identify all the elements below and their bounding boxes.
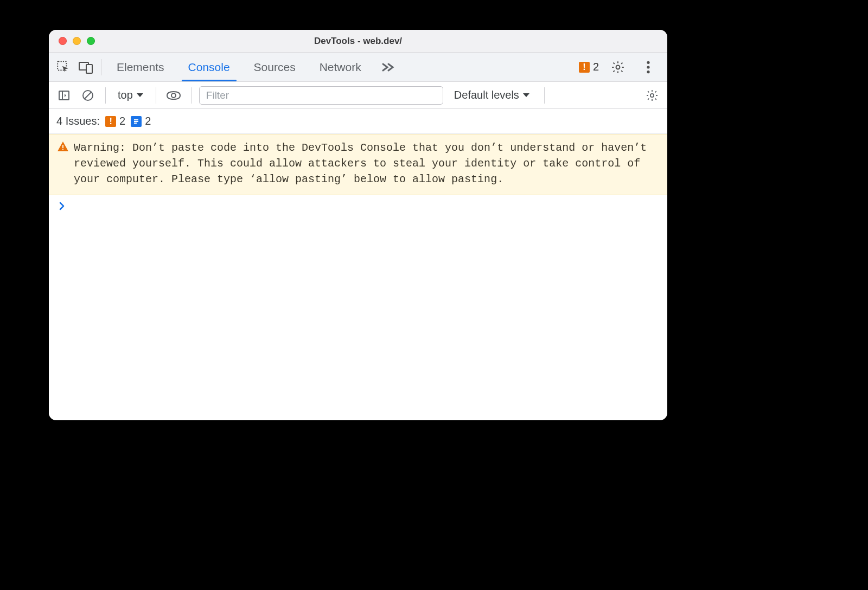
svg-point-3: [616, 65, 620, 69]
kebab-menu-icon[interactable]: [637, 56, 660, 79]
divider: [544, 87, 545, 104]
divider: [156, 87, 156, 104]
chevron-down-icon: [522, 93, 530, 98]
alert-icon: !: [579, 62, 590, 73]
settings-icon[interactable]: [607, 56, 629, 79]
issues-blue-count: 2: [145, 115, 151, 127]
chevron-down-icon: [136, 93, 144, 98]
divider: [101, 59, 101, 75]
svg-point-5: [647, 66, 649, 68]
tab-console[interactable]: Console: [176, 53, 242, 81]
issues-indicator[interactable]: ! 2: [579, 61, 599, 73]
close-window-button[interactable]: [59, 37, 67, 45]
filter-input[interactable]: [199, 86, 443, 105]
console-prompt[interactable]: [49, 195, 667, 217]
titlebar: DevTools - web.dev/: [49, 30, 667, 53]
svg-point-4: [647, 61, 649, 63]
devtools-window: DevTools - web.dev/ Elements Console Sou…: [49, 30, 667, 420]
zoom-window-button[interactable]: [87, 37, 95, 45]
more-tabs-button[interactable]: [373, 53, 403, 81]
divider: [191, 87, 192, 104]
toggle-sidebar-icon[interactable]: [54, 86, 74, 105]
svg-rect-17: [62, 149, 63, 150]
svg-rect-7: [59, 91, 69, 100]
log-levels-selector[interactable]: Default levels: [448, 89, 537, 101]
panel-tabs: Elements Console Sources Network: [105, 53, 403, 81]
issues-count: 2: [593, 61, 599, 73]
window-title: DevTools - web.dev/: [49, 36, 667, 47]
clear-console-icon[interactable]: [78, 86, 98, 105]
console-toolbar: top Default levels: [49, 82, 667, 109]
svg-rect-16: [62, 145, 63, 148]
svg-line-10: [85, 92, 91, 99]
svg-point-12: [650, 93, 654, 97]
divider: [105, 87, 106, 104]
issues-summary: 4 Issues: ! 2 2: [49, 109, 667, 134]
alert-icon: !: [105, 116, 116, 127]
minimize-window-button[interactable]: [73, 37, 81, 45]
info-icon: [131, 116, 142, 127]
warning-triangle-icon: [58, 142, 68, 187]
main-tabbar: Elements Console Sources Network ! 2: [49, 53, 667, 82]
tab-sources[interactable]: Sources: [242, 53, 308, 81]
issues-orange[interactable]: ! 2: [105, 115, 125, 127]
tab-network[interactable]: Network: [308, 53, 373, 81]
tab-elements[interactable]: Elements: [105, 53, 176, 81]
svg-point-6: [647, 70, 649, 73]
svg-rect-15: [134, 123, 137, 124]
tabbar-right: ! 2: [579, 56, 664, 79]
svg-rect-13: [134, 119, 138, 120]
chevron-right-icon: [59, 202, 65, 210]
svg-point-11: [171, 93, 176, 98]
svg-rect-2: [86, 65, 92, 73]
console-warning-message: Warning: Don’t paste code into the DevTo…: [49, 134, 667, 195]
issues-orange-count: 2: [119, 115, 125, 127]
console-settings-icon[interactable]: [642, 86, 662, 105]
svg-rect-14: [134, 121, 138, 122]
live-expression-icon[interactable]: [164, 86, 183, 105]
issues-blue[interactable]: 2: [131, 115, 151, 127]
console-output: Warning: Don’t paste code into the DevTo…: [49, 134, 667, 420]
context-selector[interactable]: top: [113, 89, 148, 101]
inspect-element-icon[interactable]: [52, 56, 75, 79]
issues-label: 4 Issues:: [56, 115, 100, 127]
warning-text: Warning: Don’t paste code into the DevTo…: [74, 140, 659, 187]
device-toolbar-icon[interactable]: [75, 56, 98, 79]
levels-label: Default levels: [454, 89, 519, 101]
traffic-lights: [49, 37, 95, 45]
context-label: top: [118, 89, 133, 101]
